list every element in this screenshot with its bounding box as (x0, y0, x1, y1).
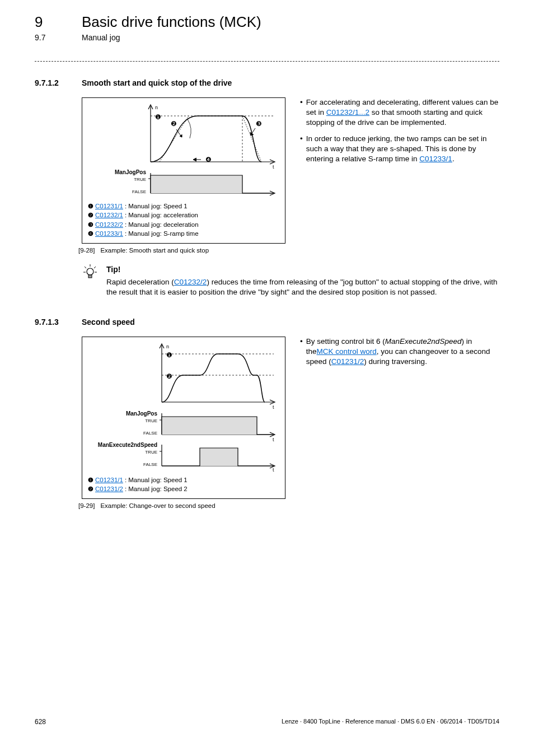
axis-t-label-1: t (273, 164, 274, 170)
link-c01231-1[interactable]: C01231/1 (95, 475, 123, 484)
list-item: By setting control bit 6 (ManExecute2ndS… (300, 337, 499, 367)
link-c01231-1[interactable]: C01231/1 (95, 202, 123, 211)
tip-title: Tip! (106, 265, 499, 274)
section-number: 9.7 (35, 33, 82, 42)
tip-body: Rapid deceleration (C01232/2) reduces th… (106, 277, 499, 297)
axis-t-label: t (273, 467, 274, 472)
legend-desc: : Manual jog: acceleration (125, 211, 198, 220)
legend-dot: ❹ (88, 230, 93, 238)
link-c01232-2[interactable]: C01232/2 (174, 278, 207, 286)
link-c01232-1-2[interactable]: C01232/1...2 (326, 108, 369, 116)
link-c01233-1[interactable]: C01233/1 (419, 155, 452, 163)
list-item: For accelerating and decelerating, diffe… (300, 97, 499, 128)
subsection-header: 9.7.1.3 Second speed (35, 318, 499, 326)
axis-t-label: t (273, 404, 274, 410)
legend-dot: ❸ (88, 221, 93, 229)
page-footer: 628 Lenze · 8400 TopLine · Reference man… (35, 718, 499, 726)
figure-caption-text: Example: Smooth start and quick stop (100, 247, 209, 254)
legend-dot: ❶ (88, 476, 93, 484)
graph-smooth-start-stop: n t ❶ ❷ ❸ (88, 104, 279, 198)
marker-1: ❶ (166, 351, 172, 359)
italic-term: ManExecute2ndSpeed (385, 337, 462, 346)
section-title: Manual jog (82, 33, 120, 42)
subsection-title: Second speed (82, 318, 135, 326)
marker-2: ❷ (171, 120, 177, 128)
svg-line-12 (94, 267, 96, 268)
figure-9-28: n t ❶ ❷ ❸ (82, 97, 285, 244)
legend-dot: ❷ (88, 211, 93, 220)
legend-desc: : Manual jog: Speed 1 (125, 475, 188, 484)
label-manjogpos: ManJogPos (115, 169, 147, 175)
tip-block: Tip! Rapid deceleration (C01232/2) reduc… (82, 265, 499, 297)
label-false: FALSE (143, 462, 157, 467)
axis-n-label: n (166, 344, 169, 349)
label-true: TRUE (145, 418, 157, 423)
marker-4: ❹ (205, 156, 212, 164)
marker-1: ❶ (155, 113, 161, 121)
axis-n-label: n (155, 105, 158, 110)
label-true: TRUE (145, 450, 157, 455)
svg-rect-29 (200, 448, 238, 466)
figure-caption: [9-29] Example: Change-over to second sp… (78, 502, 285, 509)
legend-desc: : Manual jog: deceleration (125, 220, 199, 229)
bullet-list: For accelerating and decelerating, diffe… (300, 97, 499, 254)
chapter-title: Basic drive functions (MCK) (82, 13, 261, 31)
legend-desc: : Manual jog: Speed 1 (125, 202, 188, 211)
svg-point-15 (87, 268, 93, 275)
link-c01232-2[interactable]: C01232/2 (95, 220, 123, 229)
label-false: FALSE (143, 431, 157, 436)
figure-caption-text: Example: Change-over to second speed (100, 502, 215, 509)
figure-legend: ❶ C01231/1: Manual jog: Speed 1 ❷ C01232… (88, 202, 279, 239)
legend-dot: ❶ (88, 202, 93, 211)
figure-legend: ❶ C01231/1: Manual jog: Speed 1 ❷ C01231… (88, 475, 279, 494)
list-item: In order to reduce jerking, the two ramp… (300, 134, 499, 165)
marker-2: ❷ (166, 372, 172, 380)
legend-desc: : Manual jog: Speed 2 (125, 484, 188, 493)
page-number: 628 (35, 718, 46, 726)
legend-desc: : Manual jog: S-ramp time (125, 229, 199, 238)
legend-dot: ❷ (88, 485, 93, 493)
link-c01231-2[interactable]: C01231/2 (95, 484, 123, 493)
subsection-title: Smooth start and quick stop of the drive (82, 78, 232, 87)
axis-t-label: t (273, 437, 274, 442)
chapter-header: 9 Basic drive functions (MCK) (35, 13, 499, 31)
separator-dashed (35, 61, 499, 62)
link-mck-control-word[interactable]: MCK control word (317, 347, 377, 356)
graph-second-speed: n t ❶ ❷ ManJogPos TRUE FALSE t (88, 343, 279, 472)
figure-9-29: n t ❶ ❷ ManJogPos TRUE FALSE t (82, 337, 285, 499)
svg-rect-25 (162, 417, 257, 435)
link-c01231-2[interactable]: C01231/2 (331, 357, 364, 366)
section-subheader: 9.7 Manual jog (35, 33, 499, 42)
label-false: FALSE (132, 189, 146, 194)
link-c01233-1[interactable]: C01233/1 (95, 229, 123, 238)
figure-tag: [9-29] (78, 502, 95, 509)
bullet-list: By setting control bit 6 (ManExecute2ndS… (300, 337, 499, 509)
svg-rect-8 (151, 175, 242, 193)
label-manexecute2ndspeed: ManExecute2ndSpeed (98, 442, 157, 448)
label-manjogpos: ManJogPos (126, 410, 158, 417)
link-c01232-1[interactable]: C01232/1 (95, 211, 123, 220)
lightbulb-icon (82, 264, 99, 297)
figure-caption: [9-28] Example: Smooth start and quick s… (78, 247, 285, 254)
subsection-number: 9.7.1.3 (35, 318, 82, 326)
label-true: TRUE (134, 177, 146, 182)
subsection-number: 9.7.1.2 (35, 78, 82, 87)
marker-3: ❸ (256, 120, 262, 128)
footer-text: Lenze · 8400 TopLine · Reference manual … (282, 718, 499, 726)
chapter-number: 9 (35, 13, 82, 31)
svg-line-11 (85, 267, 86, 268)
subsection-header: 9.7.1.2 Smooth start and quick stop of t… (35, 78, 499, 87)
figure-tag: [9-28] (78, 247, 95, 254)
